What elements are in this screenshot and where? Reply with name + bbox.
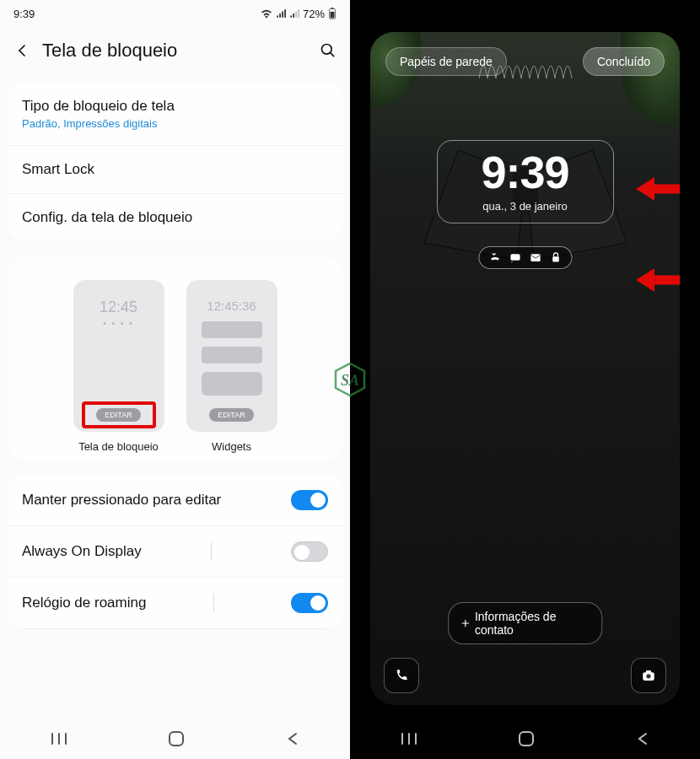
svg-point-10: [646, 674, 650, 678]
lock-icon: [549, 251, 562, 264]
recents-button[interactable]: [400, 731, 418, 750]
lock-type-row[interactable]: Tipo de bloqueio de tela Padrão, Impress…: [7, 83, 343, 146]
aod-label: Always On Display: [22, 543, 142, 560]
annotation-arrow-2: [634, 265, 680, 295]
svg-rect-11: [646, 670, 651, 673]
missed-call-icon: [488, 251, 501, 264]
preview-card: 12:45 • • • • EDITAR Tela de bloqueio 12…: [7, 256, 343, 460]
search-icon: [320, 42, 337, 59]
svg-rect-12: [520, 732, 533, 746]
home-button[interactable]: [168, 730, 185, 751]
smart-lock-label: Smart Lock: [22, 161, 94, 178]
plus-icon: [460, 618, 470, 628]
lock-type-subtitle: Padrão, Impressões digitais: [22, 117, 175, 130]
recents-button[interactable]: [50, 731, 68, 750]
aod-row[interactable]: Always On Display: [7, 526, 343, 578]
lock-type-title: Tipo de bloqueio de tela: [22, 98, 175, 115]
lockscreen-config-row[interactable]: Config. da tela de bloqueio: [7, 194, 343, 241]
roaming-clock-row[interactable]: Relógio de roaming: [7, 578, 343, 629]
nav-bar: [0, 722, 350, 759]
header: Tela de bloqueio: [0, 27, 350, 83]
svg-rect-4: [170, 732, 183, 746]
status-time: 9:39: [13, 8, 35, 20]
done-button[interactable]: Concluído: [583, 47, 665, 76]
clock-widget[interactable]: 9:39 qua., 3 de janeiro: [437, 140, 614, 223]
signal2-icon: [289, 8, 299, 19]
widget-bar-1: [202, 321, 262, 338]
search-button[interactable]: [316, 39, 340, 62]
home-button[interactable]: [518, 730, 535, 751]
smart-lock-row[interactable]: Smart Lock: [7, 146, 343, 194]
divider: [213, 594, 214, 612]
lockscreen-preview[interactable]: 12:45 • • • • EDITAR Tela de bloqueio: [73, 280, 164, 453]
lockscreen-editor: Papéis de parede Concluído 9:39 qua., 3 …: [350, 0, 700, 759]
battery-text: 72%: [303, 8, 325, 20]
editor-top-buttons: Papéis de parede Concluído: [370, 47, 680, 76]
aod-switch[interactable]: [291, 541, 328, 562]
widgets-preview-label: Widgets: [212, 440, 251, 453]
lockscreen-preview-label: Tela de bloqueio: [78, 440, 159, 453]
signal1-icon: [276, 8, 286, 19]
lockscreen-canvas[interactable]: Papéis de parede Concluído 9:39 qua., 3 …: [370, 32, 680, 705]
phone-shortcut[interactable]: [384, 658, 419, 693]
svg-text:SA: SA: [341, 372, 359, 389]
lock-date: qua., 3 de janeiro: [482, 200, 567, 213]
wallpapers-button[interactable]: Papéis de parede: [385, 47, 507, 76]
toggles-group: Manter pressionado para editar Always On…: [7, 475, 343, 629]
contact-info-button[interactable]: Informações de contato: [448, 602, 603, 644]
status-bar: 9:39 72%: [0, 0, 350, 27]
svg-rect-7: [530, 254, 540, 261]
camera-shortcut[interactable]: [631, 658, 666, 693]
contact-info-label: Informações de contato: [475, 610, 590, 637]
divider: [211, 542, 212, 561]
mini-dots: • • • •: [103, 319, 133, 328]
widget-bar-3: [202, 372, 262, 396]
svg-rect-1: [331, 8, 334, 8]
settings-screen: 9:39 72% Tela de bloqueio Tipo de bloque…: [0, 0, 350, 759]
editar-badge-widgets[interactable]: EDITAR: [209, 408, 253, 422]
settings-group-1: Tipo de bloqueio de tela Padrão, Impress…: [7, 83, 343, 241]
watermark-badge: SA: [332, 362, 368, 397]
red-highlight: [82, 401, 156, 428]
svg-rect-8: [552, 256, 559, 261]
roaming-clock-switch[interactable]: [291, 593, 328, 613]
hold-to-edit-row[interactable]: Manter pressionado para editar: [7, 475, 343, 526]
annotation-arrow-1: [634, 174, 680, 204]
lockscreen-config-label: Config. da tela de bloqueio: [22, 209, 192, 226]
hold-to-edit-label: Manter pressionado para editar: [22, 492, 221, 509]
hold-to-edit-switch[interactable]: [291, 490, 328, 510]
nav-bar-right: [350, 722, 700, 759]
status-icons: 72%: [261, 8, 337, 20]
widgets-preview[interactable]: 12:45:36 EDITAR Widgets: [186, 280, 277, 453]
svg-rect-2: [331, 12, 335, 18]
page-title: Tela de bloqueio: [42, 40, 177, 62]
mail-icon: [529, 251, 541, 264]
notification-icons-widget[interactable]: [478, 246, 572, 269]
back-nav-button[interactable]: [285, 731, 300, 750]
phone-icon: [394, 668, 409, 683]
mini-clock-widgets: 12:45:36: [207, 299, 256, 313]
message-icon: [509, 251, 521, 264]
back-button[interactable]: [10, 39, 34, 62]
camera-icon: [641, 668, 656, 683]
wifi-icon: [261, 8, 272, 19]
roaming-clock-label: Relógio de roaming: [22, 595, 146, 611]
lock-time: 9:39: [481, 149, 568, 195]
wallpaper-leaf-right: [621, 32, 680, 125]
back-nav-button[interactable]: [635, 731, 650, 750]
svg-rect-6: [510, 254, 520, 261]
battery-icon: [328, 8, 337, 19]
mini-clock: 12:45: [100, 299, 137, 316]
widget-bar-2: [202, 347, 262, 363]
